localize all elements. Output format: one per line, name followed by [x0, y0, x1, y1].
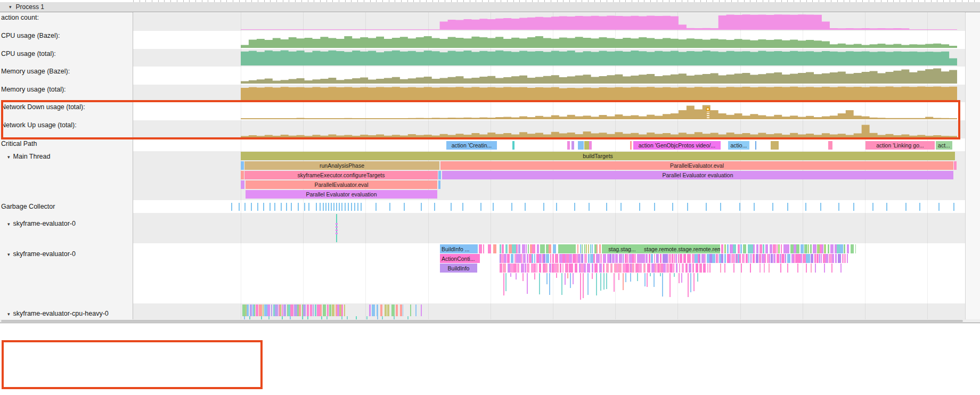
activity-streak[interactable] [569, 254, 572, 263]
gc-event-tick[interactable] [706, 203, 707, 211]
activity-streak[interactable] [584, 264, 586, 273]
activity-streak[interactable] [573, 244, 576, 253]
descender-slice[interactable] [625, 273, 626, 282]
activity-streak[interactable] [380, 305, 382, 316]
descender-slice[interactable] [505, 273, 507, 291]
gc-event-tick[interactable] [462, 203, 463, 211]
activity-streak[interactable] [741, 264, 742, 273]
activity-streak[interactable] [488, 244, 491, 253]
activity-streak[interactable] [649, 254, 650, 263]
activity-streak[interactable] [584, 254, 587, 263]
activity-streak[interactable] [717, 254, 718, 263]
gc-event-tick[interactable] [339, 203, 340, 211]
activity-streak[interactable] [740, 244, 742, 253]
activity-streak[interactable] [615, 254, 618, 263]
activity-streak[interactable] [804, 244, 807, 253]
activity-streak[interactable] [280, 305, 281, 316]
gc-event-tick[interactable] [754, 203, 755, 211]
activity-streak[interactable] [545, 264, 548, 273]
action-count-chart[interactable] [241, 13, 957, 30]
gc-event-tick[interactable] [639, 203, 640, 211]
activity-streak[interactable] [844, 254, 846, 263]
critical-path-slice[interactable] [828, 141, 832, 150]
activity-streak[interactable] [778, 244, 780, 253]
activity-streak[interactable] [320, 305, 322, 316]
descender-slice[interactable] [660, 273, 661, 276]
activity-streak[interactable] [760, 244, 762, 253]
activity-streak[interactable] [588, 254, 590, 263]
activity-streak[interactable] [773, 244, 776, 253]
gc-event-tick[interactable] [274, 203, 275, 211]
critical-path-slice[interactable] [512, 141, 514, 150]
horizontal-scrollbar-thumb[interactable] [1, 320, 963, 322]
activity-streak[interactable] [764, 264, 765, 273]
activity-streak[interactable] [313, 305, 314, 316]
activity-streak[interactable] [794, 254, 795, 263]
activity-streak[interactable] [580, 244, 581, 253]
activity-streak[interactable] [603, 264, 605, 273]
activity-streak[interactable] [582, 244, 583, 253]
activity-streak[interactable] [759, 254, 761, 263]
gc-event-tick[interactable] [341, 203, 342, 211]
activity-streak[interactable] [592, 264, 593, 273]
gc-event-tick[interactable] [620, 203, 622, 211]
activity-streak[interactable] [821, 254, 822, 263]
activity-streak[interactable] [678, 254, 679, 263]
activity-streak[interactable] [814, 254, 816, 263]
activity-streak[interactable] [824, 264, 825, 273]
activity-streak[interactable] [814, 244, 816, 253]
activity-streak[interactable] [705, 254, 706, 263]
main-thread-slice[interactable] [241, 161, 244, 170]
gc-event-tick[interactable] [345, 203, 346, 211]
activity-streak[interactable] [626, 254, 628, 263]
descender-slice[interactable] [592, 273, 593, 279]
activity-streak[interactable] [770, 244, 772, 253]
activity-streak[interactable] [679, 264, 680, 273]
process-group-header[interactable]: ▾ Process 1 [0, 2, 980, 12]
activity-streak[interactable] [643, 264, 646, 273]
collapse-arrow-icon[interactable]: ▾ [9, 4, 12, 10]
descender-slice[interactable] [603, 273, 605, 290]
activity-streak[interactable] [824, 244, 826, 253]
activity-streak[interactable] [391, 305, 395, 316]
gc-event-tick[interactable] [316, 203, 317, 211]
activity-streak[interactable] [543, 254, 545, 263]
activity-streak[interactable] [525, 264, 526, 273]
descender-slice[interactable] [556, 273, 557, 278]
activity-streak[interactable] [539, 264, 541, 273]
activity-streak[interactable] [410, 305, 411, 316]
critical-path-slice[interactable]: action 'GenObjcProtos video/... [633, 141, 721, 150]
memory-usage-bazel-chart[interactable] [241, 67, 957, 84]
gc-event-tick[interactable] [919, 203, 920, 211]
collapse-arrow-icon[interactable]: ▾ [7, 221, 10, 227]
evaluator-slice[interactable]: ActionConti... [440, 254, 480, 263]
activity-streak[interactable] [550, 254, 551, 263]
activity-streak[interactable] [400, 305, 402, 316]
activity-streak[interactable] [500, 244, 501, 253]
activity-streak[interactable] [769, 264, 770, 273]
activity-streak[interactable] [632, 264, 634, 273]
activity-streak[interactable] [421, 305, 422, 316]
activity-streak[interactable] [271, 305, 272, 316]
gc-event-tick[interactable] [375, 203, 377, 211]
gc-event-tick[interactable] [270, 203, 271, 211]
evaluator-slice[interactable]: BuildInfo ... [440, 244, 478, 253]
activity-streak[interactable] [724, 254, 726, 263]
gc-event-tick[interactable] [351, 203, 352, 211]
gc-event-tick[interactable] [286, 203, 287, 211]
gc-event-tick[interactable] [421, 203, 422, 211]
activity-streak[interactable] [742, 254, 745, 263]
evaluator-slice[interactable]: BuildInfo [440, 264, 477, 273]
gc-event-tick[interactable] [687, 203, 688, 211]
descender-slice[interactable] [522, 273, 524, 281]
activity-streak[interactable] [750, 264, 751, 273]
track-label-action-count[interactable]: action count: [1, 14, 39, 21]
activity-streak[interactable] [586, 244, 587, 253]
descender-slice[interactable] [510, 273, 511, 277]
critical-path-slice[interactable] [630, 141, 632, 150]
gc-event-tick[interactable] [239, 203, 240, 211]
activity-streak[interactable] [507, 254, 510, 263]
descender-slice[interactable] [637, 273, 638, 281]
activity-streak[interactable] [594, 264, 598, 273]
activity-streak[interactable] [493, 244, 496, 253]
